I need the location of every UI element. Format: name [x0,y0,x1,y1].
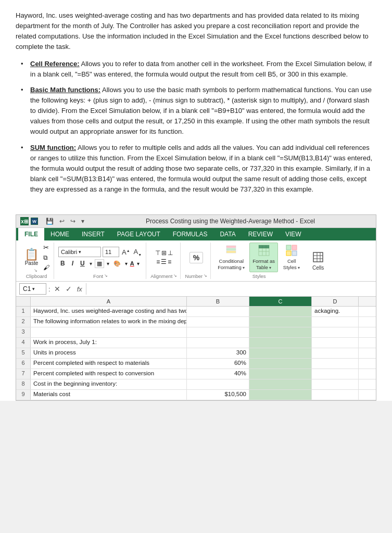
cell-d7[interactable] [312,369,359,379]
tab-insert[interactable]: INSERT [75,228,111,240]
cell-a5[interactable]: Units in process [31,348,187,358]
function-wizard-button[interactable]: fx [75,285,84,293]
redo-icon[interactable]: ↪ [69,217,77,225]
format-painter-button[interactable]: 🖌 [42,263,50,272]
formula-bar: C1 ▾ : ✕ ✓ fx [16,282,376,297]
fill-color-button[interactable]: 🎨 [112,260,122,268]
cell-b4[interactable] [187,338,249,348]
col-header-d[interactable]: D [312,297,359,306]
cell-a3[interactable] [31,327,187,337]
tab-home[interactable]: HOME [44,228,75,240]
cell-b6[interactable]: 60% [187,359,249,369]
cell-a7[interactable]: Percent completed with respect to conver… [31,369,187,379]
cell-b8[interactable] [187,379,249,389]
cell-b5[interactable]: 300 [187,348,249,358]
underline-dropdown[interactable]: ▾ [90,261,92,266]
cell-b7[interactable]: 40% [187,369,249,379]
font-expand-icon[interactable]: ↘ [104,273,108,278]
italic-button[interactable]: I [70,259,75,268]
formula-input[interactable] [86,283,373,295]
align-middle-button[interactable]: ⊞ [161,249,167,257]
cell-a6[interactable]: Percent completed with respect to materi… [31,359,187,369]
cell-d5[interactable] [312,348,359,358]
copy-button[interactable]: ⧉ [42,253,50,262]
number-label: Number [185,273,203,279]
underline-button[interactable]: U [78,259,87,268]
bold-button[interactable]: B [58,259,67,268]
cell-a2[interactable]: The following information relates to wor… [31,317,187,327]
number-expand-icon[interactable]: ↘ [204,273,207,278]
tab-review[interactable]: REVIEW [242,228,279,240]
cell-c7[interactable] [249,369,312,379]
percent-button[interactable]: % [189,252,203,263]
cell-c3[interactable] [249,327,312,337]
cell-c6[interactable] [249,359,312,369]
cell-c8[interactable] [249,379,312,389]
col-header-c[interactable]: C [249,297,312,306]
confirm-formula-button[interactable]: ✓ [64,285,73,293]
svg-rect-10 [292,245,297,250]
cell-b3[interactable] [187,327,249,337]
align-left-button[interactable]: ≡ [156,258,160,265]
format-as-table-button[interactable]: Format asTable ▾ [249,243,278,272]
dropdown-icon[interactable]: ▾ [80,217,86,225]
borders-dropdown[interactable]: ▾ [107,261,109,266]
undo-icon[interactable]: ↩ [58,217,66,225]
cell-d8[interactable] [312,379,359,389]
formula-colon: : [48,285,50,293]
cell-b1[interactable] [187,307,249,316]
align-top-button[interactable]: ⊤ [155,249,160,257]
cell-d2[interactable] [312,317,359,327]
cell-a8[interactable]: Cost in the beginning inventory: [31,379,187,389]
cell-d6[interactable] [312,359,359,369]
tab-formulas[interactable]: FORMULAS [167,228,214,240]
font-grow-button[interactable]: A▲ [121,248,131,257]
align-right-button[interactable]: ≡ [168,258,171,265]
font-name-dropdown[interactable]: ▾ [79,249,81,255]
cell-d3[interactable] [312,327,359,337]
cell-a1[interactable]: Hayword, Inc. uses weighted-average cost… [31,307,187,316]
cell-d4[interactable] [312,338,359,348]
cell-d9[interactable] [312,390,359,400]
tab-file[interactable]: FILE [18,228,44,240]
cell-a9[interactable]: Materials cost [31,390,187,400]
align-bottom-button[interactable]: ⊥ [168,249,173,257]
save-icon[interactable]: 💾 [44,217,55,225]
font-name-input[interactable]: Calibri ▾ [58,247,101,257]
cell-styles-button[interactable]: CellStyles ▾ [280,243,303,272]
alignment-expand-icon[interactable]: ↘ [173,273,177,278]
cell-c1[interactable] [249,307,312,316]
col-header-b[interactable]: B [187,297,249,306]
cell-c5[interactable] [249,348,312,358]
cut-button[interactable]: ✂ [42,243,50,252]
clipboard-expand-icon[interactable]: ↘ [34,268,37,273]
cell-a4[interactable]: Work in process, July 1: [31,338,187,348]
font-size-input[interactable]: 11 [103,247,119,257]
cancel-formula-button[interactable]: ✕ [53,285,62,293]
font-color-button[interactable]: A [130,260,134,266]
cell-reference-box[interactable]: C1 ▾ [19,283,46,295]
cell-ref-dropdown[interactable]: ▾ [32,286,35,291]
row-number: 7 [16,369,31,379]
alignment-section: ⊤ ⊞ ⊥ ≡ ☰ ≡ Alignment ↘ [147,243,181,279]
col-header-a[interactable]: A [31,297,187,306]
cell-b9[interactable]: $10,500 [187,390,249,400]
font-shrink-button[interactable]: A▼ [133,247,143,257]
cell-d1[interactable]: ackaging. [312,307,359,316]
cells-group-button[interactable]: Cells [310,250,326,272]
paste-button[interactable]: 📋 Paste [22,248,41,267]
conditional-formatting-button[interactable]: ConditionalFormatting ▾ [215,243,247,272]
row-number: 3 [16,327,31,337]
ribbon-tabs: FILE HOME INSERT PAGE LAYOUT FORMULAS DA… [16,228,376,240]
font-color-dropdown[interactable]: ▾ [137,261,140,266]
fill-dropdown[interactable]: ▾ [125,261,128,266]
cell-b2[interactable] [187,317,249,327]
tab-page-layout[interactable]: PAGE LAYOUT [111,228,167,240]
tab-view[interactable]: VIEW [279,228,308,240]
align-center-button[interactable]: ☰ [161,258,167,265]
cell-c9[interactable] [249,390,312,400]
borders-button[interactable]: ▦ [95,259,104,268]
cell-c2[interactable] [249,317,312,327]
tab-data[interactable]: DATA [213,228,242,240]
cell-c4[interactable] [249,338,312,348]
